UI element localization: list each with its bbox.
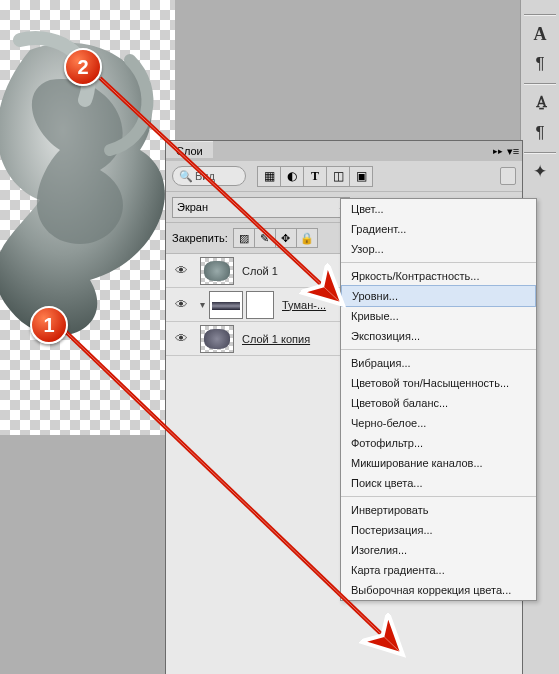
menu-item[interactable]: Изогелия... xyxy=(341,540,536,560)
menu-item[interactable]: Экспозиция... xyxy=(341,326,536,346)
menu-item[interactable]: Черно-белое... xyxy=(341,413,536,433)
menu-item[interactable]: Яркость/Контрастность... xyxy=(341,266,536,286)
menu-item[interactable]: Постеризация... xyxy=(341,520,536,540)
adjustment-layer-menu: Цвет... Градиент... Узор... Яркость/Конт… xyxy=(340,198,537,601)
lock-all-icon[interactable]: 🔒 xyxy=(296,228,318,248)
menu-item[interactable]: Кривые... xyxy=(341,306,536,326)
lock-position-icon[interactable]: ✥ xyxy=(275,228,297,248)
menu-item[interactable]: Фотофильтр... xyxy=(341,433,536,453)
brush-panel-icon[interactable]: ✦ xyxy=(526,159,554,185)
menu-item[interactable]: Вибрация... xyxy=(341,353,536,373)
menu-item[interactable]: Микширование каналов... xyxy=(341,453,536,473)
menu-item[interactable]: Градиент... xyxy=(341,219,536,239)
filter-kind-label: Вид xyxy=(195,170,215,182)
menu-item[interactable]: Карта градиента... xyxy=(341,560,536,580)
layer-thumbnail[interactable] xyxy=(200,325,234,353)
visibility-toggle-icon[interactable]: 👁 xyxy=(170,331,192,346)
layer-thumbnail[interactable] xyxy=(200,257,234,285)
panel-titlebar: Слои ▸▸ ▾≡ xyxy=(166,141,522,161)
menu-item[interactable]: Цвет... xyxy=(341,199,536,219)
lock-label: Закрепить: xyxy=(172,232,228,244)
filter-toggle-switch[interactable] xyxy=(500,167,516,185)
menu-item[interactable]: Выборочная коррекция цвета... xyxy=(341,580,536,600)
character-panel-icon[interactable]: A xyxy=(526,21,554,47)
menu-item[interactable]: Цветовой баланс... xyxy=(341,393,536,413)
menu-separator xyxy=(341,349,536,350)
menu-item[interactable]: Цветовой тон/Насыщенность... xyxy=(341,373,536,393)
search-icon: 🔍 xyxy=(179,170,193,183)
menu-separator xyxy=(341,262,536,263)
panel-menu-button[interactable]: ▸▸ ▾≡ xyxy=(490,141,522,161)
filter-adjustment-icon[interactable]: ◐ xyxy=(280,166,304,187)
layer-filter-row: 🔍 Вид ▦ ◐ T ◫ ▣ xyxy=(166,161,522,192)
filter-smart-icon[interactable]: ▣ xyxy=(349,166,373,187)
layer-mask-thumbnail[interactable] xyxy=(246,291,274,319)
blend-mode-select[interactable]: Экран ⌄ xyxy=(172,197,350,218)
layer-search[interactable]: 🔍 Вид xyxy=(172,166,246,186)
expand-icon[interactable]: ▾ xyxy=(200,299,205,310)
glyphs-panel-icon[interactable]: A̱ xyxy=(526,90,554,116)
callout-1: 1 xyxy=(30,306,68,344)
filter-type-icon[interactable]: T xyxy=(303,166,327,187)
menu-item[interactable]: Инвертировать xyxy=(341,500,536,520)
filter-type-buttons: ▦ ◐ T ◫ ▣ xyxy=(258,166,373,187)
paragraph-styles-icon[interactable]: ¶ xyxy=(526,120,554,146)
menu-item[interactable]: Узор... xyxy=(341,239,536,259)
callout-2: 2 xyxy=(64,48,102,86)
filter-shape-icon[interactable]: ◫ xyxy=(326,166,350,187)
layer-name[interactable]: Слой 1 копия xyxy=(242,333,310,345)
layer-name[interactable]: Слой 1 xyxy=(242,265,278,277)
lock-image-icon[interactable]: ✎ xyxy=(254,228,276,248)
menu-item[interactable]: Поиск цвета... xyxy=(341,473,536,493)
panel-tab-layers[interactable]: Слои xyxy=(166,141,213,158)
visibility-toggle-icon[interactable]: 👁 xyxy=(170,263,192,278)
menu-item-levels[interactable]: Уровни... xyxy=(341,285,536,307)
paragraph-panel-icon[interactable]: ¶ xyxy=(526,51,554,77)
filter-pixel-icon[interactable]: ▦ xyxy=(257,166,281,187)
layer-name[interactable]: Туман-... xyxy=(282,299,326,311)
blend-mode-value: Экран xyxy=(177,201,208,213)
layer-thumbnail[interactable] xyxy=(209,291,243,319)
lock-transparent-icon[interactable]: ▨ xyxy=(233,228,255,248)
menu-separator xyxy=(341,496,536,497)
visibility-toggle-icon[interactable]: 👁 xyxy=(170,297,192,312)
